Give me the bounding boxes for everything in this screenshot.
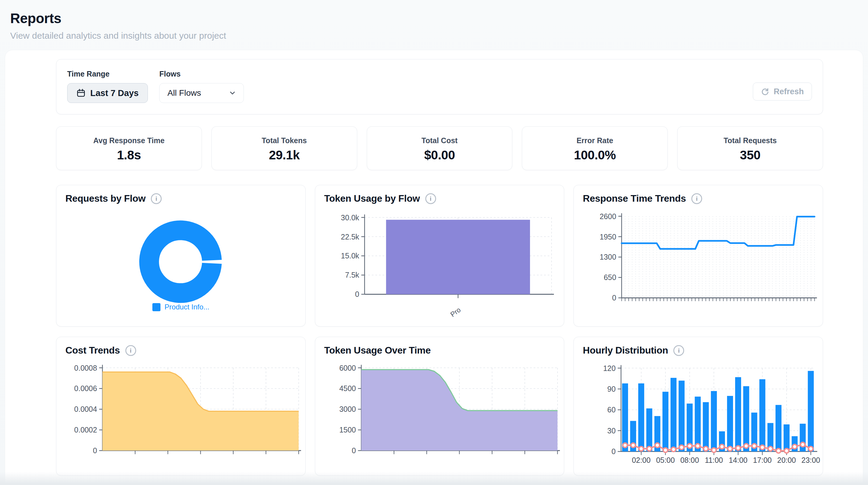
- svg-text:30: 30: [607, 426, 616, 435]
- svg-text:7.5k: 7.5k: [345, 271, 359, 279]
- svg-text:14:00: 14:00: [729, 456, 747, 464]
- svg-text:0.0006: 0.0006: [74, 384, 97, 393]
- svg-text:1500: 1500: [339, 426, 356, 434]
- svg-text:0: 0: [612, 447, 616, 456]
- svg-text:20:00: 20:00: [777, 456, 796, 464]
- svg-text:60: 60: [607, 405, 616, 414]
- stat-card-total-cost: Total Cost $0.00: [367, 126, 513, 170]
- svg-text:30.0k: 30.0k: [341, 213, 359, 222]
- svg-text:08:00: 08:00: [681, 456, 699, 464]
- flows-label: Flows: [159, 69, 244, 78]
- chart-card-hourly-distribution: Hourly Distribution 030609012002:0005:00…: [574, 337, 823, 476]
- info-icon[interactable]: [673, 345, 684, 356]
- svg-text:0: 0: [612, 293, 616, 302]
- bar-chart: 07.5k15.0k22.5k30.0kPro: [315, 185, 564, 326]
- svg-text:23:00: 23:00: [801, 456, 820, 464]
- svg-text:22.5k: 22.5k: [341, 233, 359, 241]
- time-range-value: Last 7 Days: [90, 88, 138, 98]
- chart-title: Cost Trends: [65, 345, 120, 356]
- content-panel: Time Range Last 7 Days Flows: [5, 50, 863, 485]
- page-header: Reports View detailed analytics and insi…: [0, 0, 868, 41]
- bar-line-chart: 030609012002:0005:0008:0011:0014:0017:00…: [574, 337, 823, 476]
- stat-label: Error Rate: [577, 136, 613, 145]
- chart-card-token-usage-over-time: Token Usage Over Time 01500300045006000: [315, 337, 564, 476]
- page-title: Reports: [10, 10, 868, 26]
- svg-text:15.0k: 15.0k: [341, 252, 359, 260]
- svg-text:2600: 2600: [599, 212, 616, 221]
- chevron-down-icon: [228, 89, 236, 97]
- svg-text:0: 0: [355, 290, 359, 298]
- svg-text:0.0004: 0.0004: [74, 405, 97, 413]
- svg-text:4500: 4500: [339, 384, 356, 393]
- page-subtitle: View detailed analytics and insights abo…: [10, 31, 868, 41]
- svg-text:1300: 1300: [599, 253, 616, 261]
- stat-label: Total Requests: [723, 136, 777, 145]
- svg-text:Pro: Pro: [449, 306, 462, 318]
- charts-grid: Requests by Flow Product Info... Token U…: [56, 185, 823, 476]
- area-chart: 00.00020.00040.00060.0008: [56, 337, 305, 476]
- chart-title: Token Usage by Flow: [324, 193, 420, 204]
- svg-text:0: 0: [93, 446, 97, 455]
- info-icon[interactable]: [125, 345, 136, 356]
- svg-text:17:00: 17:00: [753, 456, 772, 464]
- svg-text:0: 0: [351, 446, 356, 455]
- chart-title: Hourly Distribution: [583, 345, 668, 356]
- chart-title: Token Usage Over Time: [324, 345, 431, 356]
- stat-card-avg-response-time: Avg Response Time 1.8s: [56, 126, 202, 170]
- refresh-label: Refresh: [774, 87, 804, 96]
- chart-card-cost-trends: Cost Trends 00.00020.00040.00060.0008: [56, 337, 306, 476]
- line-chart: 0650130019502600: [574, 185, 823, 326]
- chart-title: Response Time Trends: [583, 193, 686, 204]
- info-icon[interactable]: [425, 193, 436, 204]
- svg-text:3000: 3000: [339, 405, 356, 413]
- legend-swatch: [152, 303, 160, 311]
- refresh-button[interactable]: Refresh: [753, 83, 812, 101]
- stat-value: 100.0%: [574, 148, 616, 162]
- svg-text:02:00: 02:00: [632, 456, 651, 464]
- chart-card-requests-by-flow: Requests by Flow Product Info...: [56, 185, 306, 326]
- svg-text:11:00: 11:00: [705, 456, 723, 464]
- svg-text:6000: 6000: [339, 364, 356, 372]
- time-range-label: Time Range: [67, 69, 148, 78]
- refresh-icon: [761, 87, 769, 96]
- stat-label: Total Tokens: [261, 136, 307, 145]
- chart-card-token-usage-by-flow: Token Usage by Flow 07.5k15.0k22.5k30.0k…: [315, 185, 564, 326]
- flows-select[interactable]: All Flows: [159, 83, 244, 103]
- chart-legend: Product Info...: [56, 303, 305, 311]
- stat-value: $0.00: [424, 148, 455, 162]
- filter-bar: Time Range Last 7 Days Flows: [56, 59, 823, 114]
- calendar-icon: [76, 89, 86, 97]
- legend-label: Product Info...: [165, 303, 209, 311]
- stats-row: Avg Response Time 1.8s Total Tokens 29.1…: [56, 126, 823, 170]
- chart-title: Requests by Flow: [65, 193, 146, 204]
- svg-text:120: 120: [603, 364, 616, 372]
- svg-text:0.0008: 0.0008: [74, 364, 97, 372]
- chart-card-response-time-trends: Response Time Trends 0650130019502600: [574, 185, 823, 326]
- time-range-button[interactable]: Last 7 Days: [67, 83, 148, 103]
- svg-text:90: 90: [607, 385, 616, 393]
- area-chart: 01500300045006000: [315, 337, 564, 476]
- time-range-group: Time Range Last 7 Days: [67, 69, 148, 114]
- stat-value: 1.8s: [117, 148, 141, 162]
- stat-value: 29.1k: [269, 148, 300, 162]
- stat-card-total-requests: Total Requests 350: [677, 126, 823, 170]
- flows-group: Flows All Flows: [159, 69, 244, 114]
- stat-label: Avg Response Time: [93, 136, 165, 145]
- svg-text:05:00: 05:00: [656, 456, 675, 464]
- stat-value: 350: [740, 148, 761, 162]
- svg-text:0.0002: 0.0002: [74, 426, 97, 434]
- info-icon[interactable]: [691, 193, 702, 204]
- svg-text:650: 650: [604, 273, 616, 282]
- flows-value: All Flows: [167, 88, 201, 98]
- svg-text:1950: 1950: [599, 233, 616, 241]
- stat-card-error-rate: Error Rate 100.0%: [522, 126, 668, 170]
- info-icon[interactable]: [151, 193, 162, 204]
- stat-card-total-tokens: Total Tokens 29.1k: [212, 126, 357, 170]
- stat-label: Total Cost: [422, 136, 457, 145]
